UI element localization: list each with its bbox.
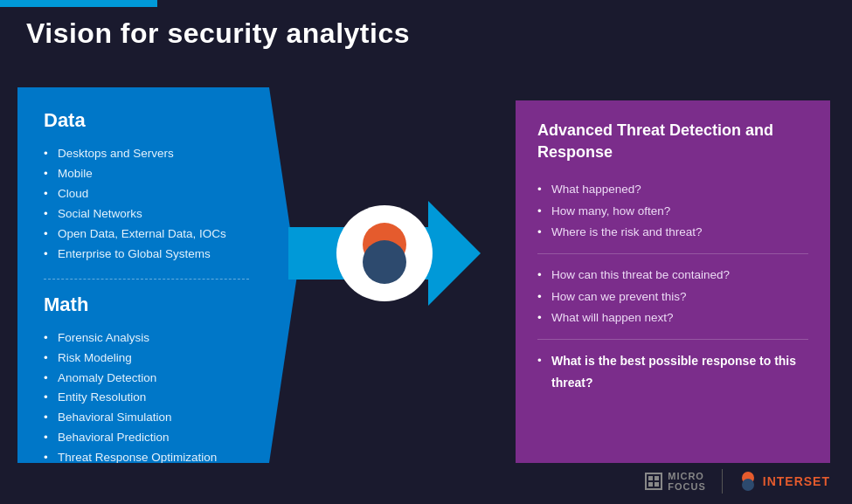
list-item: Risk Modeling xyxy=(44,349,249,369)
logo-separator xyxy=(722,469,723,494)
threat-group2: How can this threat be contained? How ca… xyxy=(537,265,808,328)
interset-label: INTERSET xyxy=(763,474,830,488)
threat-panel: Advanced Threat Detection and Response W… xyxy=(516,100,830,463)
mf-square-bl xyxy=(648,482,653,487)
mf-square-tr xyxy=(655,476,659,480)
list-item: How can we prevent this? xyxy=(537,287,808,307)
bottom-logo-bar: MICROFOCUS INTERSET xyxy=(645,469,830,494)
list-item: Forensic Analysis xyxy=(44,328,249,349)
math-list: Forensic Analysis Risk Modeling Anomaly … xyxy=(44,328,249,469)
list-item: Behavioral Simulation xyxy=(44,408,249,428)
main-title: Vision for security analytics xyxy=(26,17,410,50)
data-title: Data xyxy=(44,109,249,132)
interset-icon xyxy=(738,472,758,491)
list-item: Mobile xyxy=(44,164,249,184)
data-list: Desktops and Servers Mobile Cloud Social… xyxy=(44,144,249,265)
dark-circle xyxy=(363,240,406,284)
bold-threat-text: What is the best possible response to th… xyxy=(551,354,796,390)
list-item: Social Networks xyxy=(44,204,249,224)
threat-divider-2 xyxy=(537,339,808,340)
list-item: Behavioral Prediction xyxy=(44,428,249,448)
list-item: Where is the risk and threat? xyxy=(537,222,808,243)
list-item: Entity Resolution xyxy=(44,388,249,408)
interset-logo: INTERSET xyxy=(738,472,830,491)
threat-panel-title: Advanced Threat Detection and Response xyxy=(537,120,808,163)
threat-bold-group: What is the best possible response to th… xyxy=(537,350,808,395)
threat-group1: What happened? How many, how often? Wher… xyxy=(537,179,808,243)
list-item: How can this threat be contained? xyxy=(537,265,808,286)
list-item: Open Data, External Data, IOCs xyxy=(44,224,249,245)
list-item-bold: What is the best possible response to th… xyxy=(537,350,808,395)
list-item: What will happen next? xyxy=(537,307,808,328)
list-item: Desktops and Servers xyxy=(44,144,249,164)
list-item: Anomaly Detection xyxy=(44,369,249,389)
top-accent-bar xyxy=(0,0,157,7)
list-item: How many, how often? xyxy=(537,201,808,222)
mf-square-tl xyxy=(648,476,653,480)
micro-focus-icon xyxy=(645,473,662,490)
data-math-panel: Data Desktops and Servers Mobile Cloud S… xyxy=(17,87,297,463)
threat-divider-1 xyxy=(537,253,808,254)
list-item: Cloud xyxy=(44,184,249,204)
math-title: Math xyxy=(44,293,249,316)
logo-inner xyxy=(354,223,415,284)
list-item: What happened? xyxy=(537,179,808,200)
mf-square-br xyxy=(655,482,659,487)
interset-circle-logo xyxy=(336,205,433,301)
interset-dark xyxy=(742,479,754,491)
micro-focus-label: MICROFOCUS xyxy=(668,471,706,492)
list-item: Threat Response Optimization xyxy=(44,448,249,468)
panel-divider xyxy=(44,279,249,280)
list-item: Enterprise to Global Systems xyxy=(44,245,249,265)
arrow-head xyxy=(428,201,481,306)
center-area xyxy=(271,183,498,323)
micro-focus-logo: MICROFOCUS xyxy=(645,471,706,492)
